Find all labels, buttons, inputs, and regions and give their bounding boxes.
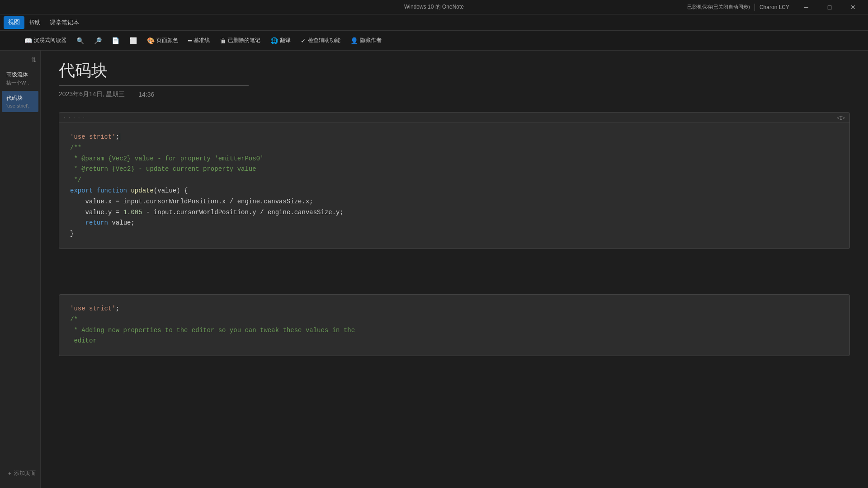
main-layout: ⇅ 高级流体 搞一个WEB8... 代码块 'use strict'; 代码块 … bbox=[0, 51, 868, 488]
immersive-reader-icon: 📖 bbox=[24, 37, 32, 44]
add-page-icon: + bbox=[8, 470, 11, 477]
code-line-9: return value; bbox=[70, 218, 839, 229]
zoom-out-icon: 🔍 bbox=[76, 37, 84, 44]
code-block-expand-icon[interactable]: ◁▷ bbox=[837, 114, 845, 121]
code-block-1-body[interactable]: 'use strict'; /** * @param {Vec2} value … bbox=[59, 123, 849, 249]
menu-item-classroom[interactable]: 课堂笔记本 bbox=[45, 17, 84, 28]
new-page-icon: 📄 bbox=[112, 37, 119, 44]
user-status: 已脱机保存(已关闭自动同步) bbox=[687, 4, 750, 10]
toolbar-hide-author[interactable]: 👤 隐藏作者 bbox=[347, 35, 385, 46]
menu-bar: 视图 帮助 课堂笔记本 bbox=[0, 14, 868, 31]
sidebar-item-advanced-fluid[interactable]: 高级流体 搞一个WEB8... bbox=[2, 67, 38, 90]
baseline-icon: ━ bbox=[188, 37, 192, 44]
page-date: 2023年6月14日, 星期三 bbox=[59, 90, 125, 99]
content-area[interactable]: 代码块 2023年6月14日, 星期三 14:36 · · · · · ◁▷ '… bbox=[41, 51, 868, 488]
code-line-1: 'use strict'; bbox=[70, 132, 839, 143]
maximize-button[interactable]: □ bbox=[819, 0, 840, 14]
page-title: 代码块 bbox=[59, 60, 850, 82]
window-title: Windows 10 的 OneNote bbox=[404, 3, 464, 11]
spacer bbox=[59, 267, 850, 294]
code-block-1: · · · · · ◁▷ 'use strict'; /** * @param … bbox=[59, 112, 850, 249]
sidebar: ⇅ 高级流体 搞一个WEB8... 代码块 'use strict'; bbox=[0, 51, 41, 488]
toolbar-zoom-in[interactable]: 🔎 bbox=[90, 35, 105, 46]
user-name: Charon LCY bbox=[760, 4, 789, 10]
page-time: 14:36 bbox=[138, 91, 154, 98]
code-line-10: } bbox=[70, 229, 839, 239]
title-bar: Windows 10 的 OneNote 已脱机保存(已关闭自动同步) Char… bbox=[0, 0, 868, 14]
code-line-8: value.y = 1.005 - input.cursorWorldPosit… bbox=[70, 207, 839, 218]
code-line-4: * @return {Vec2} - update current proper… bbox=[70, 164, 839, 175]
zoom-in-icon: 🔎 bbox=[94, 37, 102, 44]
toolbar-translate[interactable]: 🌐 翻译 bbox=[267, 35, 294, 46]
code-block-2-body[interactable]: 'use strict'; /* * Adding new properties… bbox=[59, 295, 849, 356]
toolbar-immersive-reader[interactable]: 📖 沉浸式阅读器 bbox=[21, 35, 70, 46]
minimize-button[interactable]: ─ bbox=[796, 0, 816, 14]
code-line-3: * @param {Vec2} value - for property 'em… bbox=[70, 154, 839, 164]
code-line-b1: 'use strict'; bbox=[70, 304, 839, 314]
toolbar-accessibility[interactable]: ✓ 检查辅助功能 bbox=[297, 35, 344, 46]
add-page-button[interactable]: + 添加页面 bbox=[5, 468, 39, 479]
toolbar-deleted-notes[interactable]: 🗑 已删除的笔记 bbox=[216, 35, 264, 46]
code-line-2: /** bbox=[70, 143, 839, 154]
code-block-2: 'use strict'; /* * Adding new properties… bbox=[59, 294, 850, 356]
translate-icon: 🌐 bbox=[270, 37, 278, 44]
code-block-drag-handle: · · · · · bbox=[64, 114, 85, 121]
toolbar-page-color[interactable]: 🎨 页面颜色 bbox=[143, 35, 182, 46]
hide-author-icon: 👤 bbox=[350, 37, 358, 44]
code-block-1-header: · · · · · ◁▷ bbox=[59, 113, 849, 123]
toolbar-new-page[interactable]: 📄 bbox=[108, 35, 123, 46]
code-line-b2: /* bbox=[70, 314, 839, 325]
add-page-label: 添加页面 bbox=[14, 469, 36, 477]
sidebar-sort-control[interactable]: ⇅ bbox=[0, 54, 40, 65]
code-line-7: value.x = input.cursorWorldPosition.x / … bbox=[70, 197, 839, 207]
page-color-icon: 🎨 bbox=[147, 37, 155, 44]
menu-item-help[interactable]: 帮助 bbox=[24, 17, 45, 28]
sort-icon[interactable]: ⇅ bbox=[31, 56, 37, 63]
page-meta: 2023年6月14日, 星期三 14:36 bbox=[59, 90, 850, 99]
title-underline bbox=[59, 85, 249, 86]
toolbar-selection[interactable]: ⬜ bbox=[126, 35, 141, 46]
sidebar-item-code-block[interactable]: 代码块 'use strict'; bbox=[2, 91, 38, 112]
close-button[interactable]: ✕ bbox=[843, 0, 863, 14]
toolbar: 📖 沉浸式阅读器 🔍 🔎 📄 ⬜ 🎨 页面颜色 ━ 基准线 🗑 已删除的笔记 🌐… bbox=[0, 31, 868, 51]
selection-icon: ⬜ bbox=[129, 37, 137, 44]
code-line-5: */ bbox=[70, 175, 839, 186]
accessibility-icon: ✓ bbox=[301, 37, 306, 44]
menu-item-view[interactable]: 视图 bbox=[4, 16, 24, 29]
code-line-6: export function update(value) { bbox=[70, 186, 839, 197]
toolbar-zoom-out[interactable]: 🔍 bbox=[73, 35, 88, 46]
code-line-b4: editor bbox=[70, 336, 839, 347]
toolbar-baseline[interactable]: ━ 基准线 bbox=[184, 35, 213, 46]
code-line-b3: * Adding new properties to the editor so… bbox=[70, 325, 839, 336]
deleted-notes-icon: 🗑 bbox=[220, 37, 226, 44]
